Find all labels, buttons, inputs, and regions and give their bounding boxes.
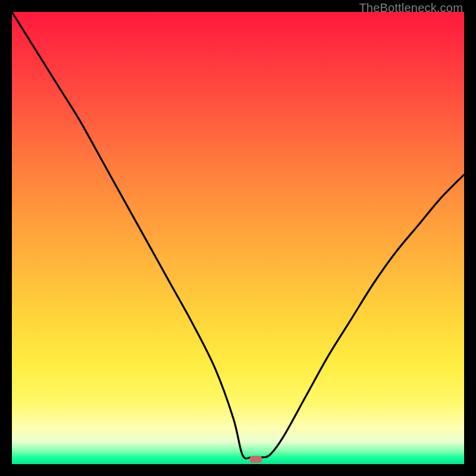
watermark-text: TheBottleneck.com (359, 1, 463, 15)
plot-area (12, 12, 464, 464)
chart-frame: TheBottleneck.com (0, 0, 476, 476)
optimum-marker (249, 456, 262, 463)
bottleneck-curve (12, 12, 464, 464)
